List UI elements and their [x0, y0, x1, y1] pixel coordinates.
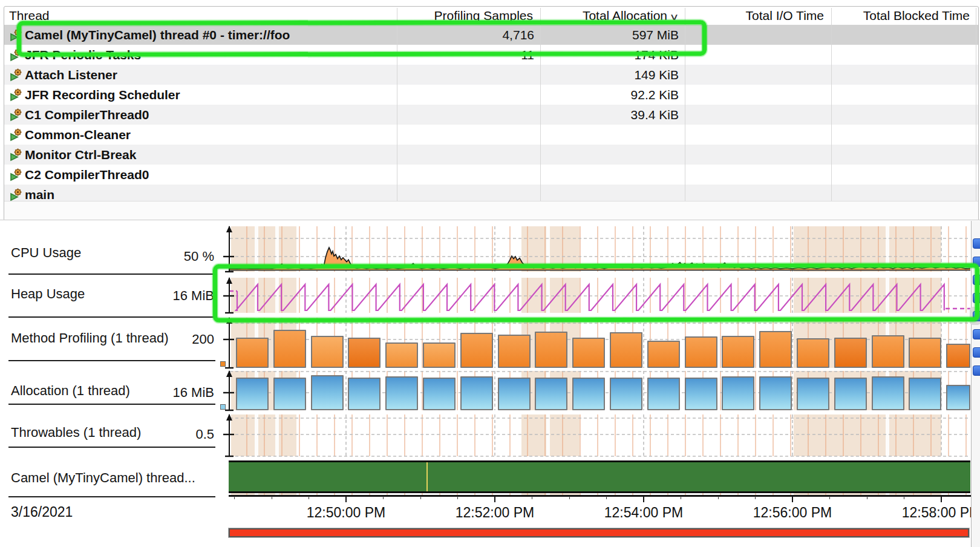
timeline-range-scrollbar[interactable] [229, 528, 969, 537]
time-tick-label: 12:58:00 PM [875, 505, 980, 520]
thread-activity-span[interactable] [229, 460, 970, 493]
thread-table: ThreadProfiling SamplesTotal Allocation∨… [4, 6, 979, 221]
cell-io [685, 125, 831, 145]
time-axis-minor-tick [867, 496, 867, 499]
table-row[interactable]: main [4, 185, 978, 201]
time-axis-minor-tick [309, 496, 309, 499]
lane-config-button-6[interactable] [973, 329, 980, 339]
thread-name: Camel (MyTinyCamel) thread #0 - timer://… [4, 25, 417, 45]
lane-tick-value-3: 200 [139, 332, 214, 347]
time-axis-major-tick [792, 497, 793, 502]
column-header-total-allocation[interactable]: Total Allocation∨ [540, 7, 678, 25]
lane-separator [8, 447, 215, 448]
column-header-total-blocked-time[interactable]: Total Blocked Time [831, 7, 970, 25]
method-profiling-swatch [220, 361, 226, 367]
allocation-bar [460, 376, 493, 410]
allocation-bar [535, 378, 567, 410]
table-row[interactable]: JFR Periodic Tasks11174 KiB [4, 45, 978, 65]
method-profiling-bar [909, 338, 941, 368]
lane-config-button-4[interactable] [973, 293, 980, 303]
column-header-label: Total Allocation [583, 8, 667, 22]
cell-io [685, 165, 831, 185]
thread-name-label: JFR Recording Scheduler [25, 88, 180, 102]
allocation-bar [909, 378, 941, 410]
column-header-label: Total I/O Time [745, 8, 824, 22]
cell-allocation [540, 125, 685, 145]
column-header-thread[interactable]: Thread [4, 7, 402, 25]
method-profiling-bar [348, 338, 381, 368]
allocation-bar [273, 378, 306, 410]
thread-table-body: Camel (MyTinyCamel) thread #0 - timer://… [4, 25, 978, 201]
cell-blocked [831, 125, 977, 145]
table-row[interactable]: C1 CompilerThread039.4 KiB [4, 105, 978, 125]
thread-name-label: Monitor Ctrl-Break [25, 148, 136, 162]
event-marker-line [426, 462, 428, 491]
jmc-thread-profiling-view: ThreadProfiling SamplesTotal Allocation∨… [0, 0, 980, 547]
lane-separator [8, 316, 215, 318]
time-axis-minor-tick [755, 496, 756, 499]
method-profiling-bar [460, 333, 493, 368]
cell-io [685, 65, 831, 85]
time-axis-major-tick [494, 497, 495, 502]
column-header-total-i-o-time[interactable]: Total I/O Time [685, 7, 824, 25]
table-row[interactable]: JFR Recording Scheduler92.2 KiB [4, 85, 978, 105]
table-row[interactable]: Monitor Ctrl-Break [4, 145, 978, 165]
lane-config-button-7[interactable] [973, 347, 980, 358]
table-row[interactable]: Attach Listener149 KiB [4, 65, 978, 85]
lane-config-button-1[interactable] [973, 238, 980, 249]
method-profiling-bar [311, 336, 344, 368]
column-header-profiling-samples[interactable]: Profiling Samples [397, 7, 533, 25]
cell-samples [397, 165, 540, 185]
table-row[interactable]: Camel (MyTinyCamel) thread #0 - timer://… [4, 25, 978, 45]
lane-label-2: Heap Usage [11, 286, 85, 302]
method-profiling-bar [236, 338, 269, 368]
allocation-lane[interactable] [230, 371, 970, 410]
time-axis-minor-tick [234, 496, 235, 499]
cell-blocked [831, 85, 977, 105]
time-axis-minor-tick [532, 496, 532, 499]
method-profiling-bar [535, 332, 567, 368]
method-profiling-bar [385, 342, 418, 368]
allocation-bar [423, 378, 456, 410]
thread-name-label: Common-Cleaner [25, 128, 131, 142]
cell-io [685, 85, 831, 105]
time-axis-minor-tick [718, 496, 719, 499]
timeline-overlays: 3/16/2021 CPU Usage50 %Heap Usage16 MiBM… [0, 220, 980, 547]
lane-label-1: CPU Usage [11, 245, 81, 261]
thread-name: JFR Recording Scheduler [4, 85, 417, 105]
lane-config-button-8[interactable] [973, 365, 980, 376]
thread-name: C1 CompilerThread0 [4, 105, 417, 125]
method-profiling-lane[interactable] [230, 318, 970, 368]
cell-samples: 11 [397, 45, 540, 65]
allocation-bar [498, 378, 531, 410]
table-row[interactable]: Common-Cleaner [4, 125, 978, 145]
cell-allocation: 39.4 KiB [540, 105, 685, 125]
lane-config-button-5[interactable] [973, 311, 980, 321]
time-axis-minor-tick [457, 496, 458, 499]
lane-config-sidebar [971, 221, 980, 547]
lane-separator [8, 404, 215, 405]
time-axis-major-tick [345, 497, 347, 502]
column-header-label: Profiling Samples [434, 8, 533, 22]
column-divider [397, 8, 397, 201]
cell-blocked [831, 165, 977, 185]
cell-samples [397, 65, 540, 85]
thread-name: Common-Cleaner [4, 125, 417, 145]
time-axis-minor-tick [681, 496, 681, 499]
thread-name-label: JFR Periodic Tasks [25, 48, 141, 62]
thread-name: Attach Listener [4, 65, 417, 85]
cell-samples: 4,716 [397, 25, 540, 45]
thread-name: C2 CompilerThread0 [4, 165, 417, 185]
allocation-bar [647, 378, 680, 410]
lane-config-button-2[interactable] [973, 257, 980, 267]
method-profiling-bar [572, 338, 605, 368]
method-profiling-bar [722, 336, 754, 368]
time-tick-label: 12:52:00 PM [428, 505, 561, 520]
lane-config-button-3[interactable] [973, 275, 980, 285]
thread-name-label: C1 CompilerThread0 [25, 108, 149, 122]
cell-allocation: 149 KiB [540, 65, 685, 85]
time-axis-line [229, 495, 972, 497]
cell-blocked [831, 185, 977, 201]
table-row[interactable]: C2 CompilerThread0 [4, 165, 978, 185]
column-divider [831, 8, 832, 201]
